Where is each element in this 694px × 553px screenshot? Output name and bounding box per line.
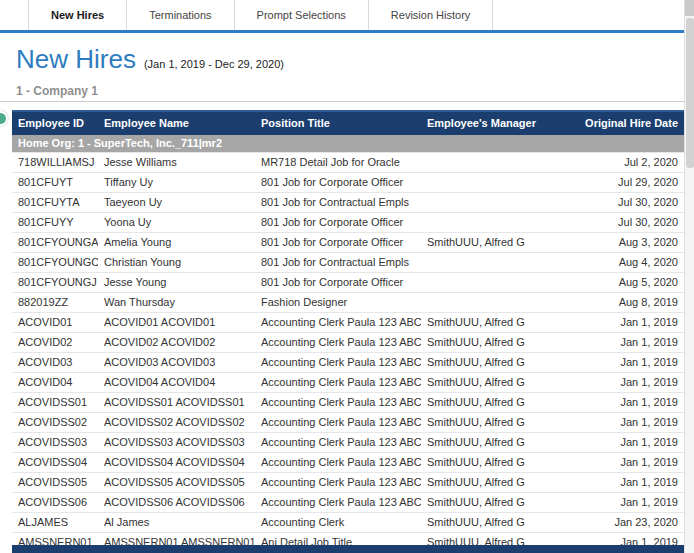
employee-id-cell: 801CFYOUNGJ: [12, 273, 98, 293]
employee-name-cell: Jesse Young: [98, 273, 255, 293]
vertical-scrollbar[interactable]: [684, 0, 694, 553]
position-title-cell: Fashion Designer: [255, 293, 421, 313]
next-section-header-sliver: [12, 545, 684, 553]
col-employee-name[interactable]: Employee Name: [98, 111, 255, 135]
table-row[interactable]: ACOVID04ACOVID04 ACOVID04Accounting Cler…: [12, 373, 684, 393]
employee-name-cell: Christian Young: [98, 253, 255, 273]
employee-manager-cell: SmithUUU, Alfred G: [421, 373, 555, 393]
employee-manager-cell: SmithUUU, Alfred G: [421, 233, 555, 253]
employee-manager-cell: SmithUUU, Alfred G: [421, 333, 555, 353]
table-row[interactable]: ACOVIDSS05ACOVIDSS05 ACOVIDSS05Accountin…: [12, 473, 684, 493]
position-title-cell: Accounting Clerk Paula 123 ABC: [255, 373, 421, 393]
employee-manager-cell: [421, 173, 555, 193]
table-row[interactable]: 801CFYOUNGAAmelia Young801 Job for Corpo…: [12, 233, 684, 253]
employee-manager-cell: SmithUUU, Alfred G: [421, 493, 555, 513]
tab-revision-history[interactable]: Revision History: [369, 0, 493, 30]
position-title-cell: Accounting Clerk Paula 123 ABC: [255, 453, 421, 473]
table-body: Home Org: 1 - SuperTech, Inc._711|mr2 71…: [12, 135, 684, 553]
table-row[interactable]: 882019ZZWan ThursdayFashion DesignerAug …: [12, 293, 684, 313]
col-position-title[interactable]: Position Title: [255, 111, 421, 135]
employee-id-cell: ALJAMES: [12, 513, 98, 533]
table-row[interactable]: 801CFUYYYoona Uy801 Job for Corporate Of…: [12, 213, 684, 233]
position-title-cell: 801 Job for Corporate Officer: [255, 213, 421, 233]
divider: [0, 101, 684, 102]
original-hire-date-cell: Jan 1, 2019: [555, 453, 684, 473]
table-row[interactable]: ACOVIDSS02ACOVIDSS02 ACOVIDSS02Accountin…: [12, 413, 684, 433]
employee-id-cell: 801CFUYY: [12, 213, 98, 233]
original-hire-date-cell: Jan 1, 2019: [555, 393, 684, 413]
employee-name-cell: Wan Thursday: [98, 293, 255, 313]
tab-label: Prompt Selections: [257, 9, 346, 21]
group-header-row: Home Org: 1 - SuperTech, Inc._711|mr2: [12, 135, 684, 153]
tab-prompt-selections[interactable]: Prompt Selections: [235, 0, 369, 30]
table-row[interactable]: ACOVID01ACOVID01 ACOVID01Accounting Cler…: [12, 313, 684, 333]
position-title-cell: Accounting Clerk Paula 123 ABC: [255, 473, 421, 493]
employee-name-cell: ACOVIDSS04 ACOVIDSS04: [98, 453, 255, 473]
table-row[interactable]: ACOVIDSS04ACOVIDSS04 ACOVIDSS04Accountin…: [12, 453, 684, 473]
employee-manager-cell: [421, 153, 555, 173]
col-original-hire-date[interactable]: Original Hire Date: [555, 111, 684, 135]
employee-id-cell: ACOVID03: [12, 353, 98, 373]
position-title-cell: 801 Job for Contractual Empls: [255, 253, 421, 273]
col-employee-id[interactable]: Employee ID: [12, 111, 98, 135]
scrollbar-thumb[interactable]: [686, 18, 694, 168]
employee-name-cell: ACOVIDSS01 ACOVIDSS01: [98, 393, 255, 413]
employee-manager-cell: SmithUUU, Alfred G: [421, 393, 555, 413]
employee-id-cell: 801CFUYTA: [12, 193, 98, 213]
position-title-cell: Accounting Clerk: [255, 513, 421, 533]
table-row[interactable]: ACOVIDSS06ACOVIDSS06 ACOVIDSS06Accountin…: [12, 493, 684, 513]
employee-manager-cell: SmithUUU, Alfred G: [421, 353, 555, 373]
table-row[interactable]: 718WILLIAMSJJesse WilliamsMR718 Detail J…: [12, 153, 684, 173]
original-hire-date-cell: Jan 1, 2019: [555, 493, 684, 513]
employee-id-cell: ACOVIDSS05: [12, 473, 98, 493]
original-hire-date-cell: Jul 2, 2020: [555, 153, 684, 173]
original-hire-date-cell: Jan 23, 2020: [555, 513, 684, 533]
original-hire-date-cell: Jul 30, 2020: [555, 213, 684, 233]
tab-terminations[interactable]: Terminations: [127, 0, 234, 30]
position-title-cell: 801 Job for Corporate Officer: [255, 273, 421, 293]
employee-id-cell: 801CFYOUNGC: [12, 253, 98, 273]
employee-name-cell: ACOVID01 ACOVID01: [98, 313, 255, 333]
employee-name-cell: ACOVIDSS05 ACOVIDSS05: [98, 473, 255, 493]
employee-id-cell: ACOVIDSS03: [12, 433, 98, 453]
tab-new-hires[interactable]: New Hires: [28, 0, 127, 30]
employee-name-cell: ACOVID03 ACOVID03: [98, 353, 255, 373]
position-title-cell: Accounting Clerk Paula 123 ABC: [255, 493, 421, 513]
employee-manager-cell: [421, 213, 555, 233]
original-hire-date-cell: Jan 1, 2019: [555, 413, 684, 433]
table-row[interactable]: ALJAMESAl JamesAccounting ClerkSmithUUU,…: [12, 513, 684, 533]
new-hires-table: Employee ID Employee Name Position Title…: [12, 110, 684, 553]
original-hire-date-cell: Jan 1, 2019: [555, 433, 684, 453]
tab-bar: New Hires Terminations Prompt Selections…: [0, 0, 684, 33]
scrollbar-top-box[interactable]: [685, 0, 694, 16]
employee-id-cell: ACOVID02: [12, 333, 98, 353]
original-hire-date-cell: Jan 1, 2019: [555, 333, 684, 353]
employee-id-cell: ACOVID04: [12, 373, 98, 393]
position-title-cell: MR718 Detail Job for Oracle: [255, 153, 421, 173]
table-row[interactable]: ACOVIDSS01ACOVIDSS01 ACOVIDSS01Accountin…: [12, 393, 684, 413]
original-hire-date-cell: Jan 1, 2019: [555, 313, 684, 333]
table-row[interactable]: 801CFYOUNGCChristian Young801 Job for Co…: [12, 253, 684, 273]
table-row[interactable]: ACOVID03ACOVID03 ACOVID03Accounting Cler…: [12, 353, 684, 373]
table-row[interactable]: ACOVID02ACOVID02 ACOVID02Accounting Cler…: [12, 333, 684, 353]
position-title-cell: 801 Job for Corporate Officer: [255, 173, 421, 193]
employee-manager-cell: [421, 273, 555, 293]
employee-id-cell: ACOVIDSS04: [12, 453, 98, 473]
original-hire-date-cell: Jan 1, 2019: [555, 353, 684, 373]
employee-id-cell: 801CFUYT: [12, 173, 98, 193]
drawer-handle-icon[interactable]: [0, 111, 8, 126]
company-subtitle: 1 - Company 1: [16, 84, 98, 98]
tab-label: Revision History: [391, 9, 470, 21]
employee-name-cell: ACOVIDSS03 ACOVIDSS03: [98, 433, 255, 453]
tab-label: New Hires: [51, 9, 104, 21]
group-header-label: Home Org: 1 - SuperTech, Inc._711|mr2: [12, 135, 684, 153]
employee-id-cell: 718WILLIAMSJ: [12, 153, 98, 173]
col-employee-manager[interactable]: Employee's Manager: [421, 111, 555, 135]
table-row[interactable]: 801CFYOUNGJJesse Young801 Job for Corpor…: [12, 273, 684, 293]
employee-id-cell: ACOVIDSS01: [12, 393, 98, 413]
table-row[interactable]: ACOVIDSS03ACOVIDSS03 ACOVIDSS03Accountin…: [12, 433, 684, 453]
table-row[interactable]: 801CFUYTATaeyeon Uy801 Job for Contractu…: [12, 193, 684, 213]
employee-id-cell: ACOVID01: [12, 313, 98, 333]
table-row[interactable]: 801CFUYTTiffany Uy801 Job for Corporate …: [12, 173, 684, 193]
tab-label: Terminations: [149, 9, 211, 21]
